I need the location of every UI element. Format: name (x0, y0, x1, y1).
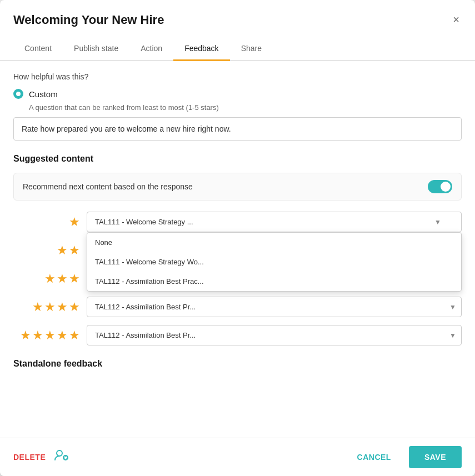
dropdown-menu-1: None TAL111 - Welcome Strategy Wo... TAL… (87, 232, 462, 292)
svg-point-0 (57, 450, 62, 456)
tab-content[interactable]: Content (13, 37, 63, 61)
tab-bar: Content Publish state Action Feedback Sh… (0, 37, 475, 61)
modal-header: Welcoming Your New Hire × (0, 0, 475, 28)
modal: Welcoming Your New Hire × Content Publis… (0, 0, 475, 476)
recommend-toggle-row: Recommend next content based on the resp… (13, 173, 462, 201)
dropdown-row-5[interactable]: TAL112 - Assimilation Best Pr... None TA… (87, 325, 462, 345)
modal-footer: DELETE CANCEL SAVE (0, 438, 475, 476)
custom-question-input[interactable]: Rate how prepared you are to welcome a n… (13, 117, 462, 141)
dropdown-select-5[interactable]: TAL112 - Assimilation Best Pr... None TA… (87, 325, 462, 345)
star-icon: ★ (44, 300, 56, 314)
dropdown-row-4[interactable]: TAL112 - Assimilation Best Pr... None TA… (87, 297, 462, 317)
stars-4: ★ ★ ★ ★ (13, 300, 80, 314)
question-label: How helpful was this? (13, 72, 462, 81)
dropdown-select-4[interactable]: TAL112 - Assimilation Best Pr... None TA… (87, 297, 462, 317)
tab-action[interactable]: Action (129, 37, 173, 61)
dropdown-option-tal112[interactable]: TAL112 - Assimilation Best Prac... (87, 272, 461, 291)
star-icon: ★ (32, 328, 43, 343)
star-row-1: ★ TAL111 - Welcome Strategy ... ▼ None T… (13, 212, 462, 232)
star-icon: ★ (57, 300, 68, 314)
dropdown-value-1: TAL111 - Welcome Strategy ... (95, 218, 193, 226)
delete-button[interactable]: DELETE (13, 453, 46, 462)
radio-custom-sublabel: A question that can be ranked from least… (29, 103, 462, 112)
star-icon: ★ (69, 243, 80, 258)
user-settings-icon[interactable] (54, 449, 69, 465)
standalone-feedback-title: Standalone feedback (13, 359, 462, 369)
footer-left: DELETE (13, 449, 69, 465)
star-icon: ★ (57, 243, 68, 258)
cancel-button[interactable]: CANCEL (346, 447, 402, 467)
star-icon: ★ (69, 300, 80, 314)
toggle-check-icon: ✓ (444, 183, 449, 190)
star-icon: ★ (57, 328, 68, 343)
star-icon: ★ (44, 328, 56, 343)
suggested-content-title: Suggested content (13, 154, 462, 164)
recommend-toggle[interactable]: ✓ (428, 180, 452, 193)
star-rows-container: ★ TAL111 - Welcome Strategy ... ▼ None T… (13, 212, 462, 345)
radio-custom-label: Custom (29, 89, 58, 99)
star-row-4: ★ ★ ★ ★ TAL112 - Assimilation Best Pr...… (13, 297, 462, 317)
star-icon: ★ (69, 215, 80, 229)
toggle-label: Recommend next content based on the resp… (23, 182, 193, 191)
modal-title: Welcoming Your New Hire (13, 13, 164, 27)
dropdown-arrow-1: ▼ (434, 218, 441, 226)
stars-5: ★ ★ ★ ★ ★ (13, 328, 80, 343)
radio-custom-button[interactable] (13, 89, 23, 99)
star-icon: ★ (69, 272, 80, 286)
tab-feedback[interactable]: Feedback (173, 37, 229, 61)
star-icon: ★ (69, 328, 80, 343)
stars-2: ★ ★ (13, 243, 80, 258)
dropdown-trigger-1[interactable]: TAL111 - Welcome Strategy ... ▼ (87, 212, 462, 232)
stars-1: ★ (13, 215, 80, 229)
footer-right: CANCEL SAVE (346, 446, 462, 468)
star-icon: ★ (32, 300, 43, 314)
save-button[interactable]: SAVE (409, 446, 462, 468)
stars-3: ★ ★ ★ (13, 272, 80, 286)
dropdown-option-none[interactable]: None (87, 233, 461, 252)
dropdown-row-1[interactable]: TAL111 - Welcome Strategy ... ▼ None TAL… (87, 212, 462, 232)
dropdown-option-tal111[interactable]: TAL111 - Welcome Strategy Wo... (87, 252, 461, 272)
close-button[interactable]: × (451, 11, 462, 28)
tab-publish-state[interactable]: Publish state (63, 37, 129, 61)
tab-share[interactable]: Share (230, 37, 273, 61)
star-row-5: ★ ★ ★ ★ ★ TAL112 - Assimilation Best Pr.… (13, 325, 462, 345)
star-icon: ★ (20, 328, 31, 343)
star-icon: ★ (44, 272, 56, 286)
star-icon: ★ (57, 272, 68, 286)
modal-body: How helpful was this? Custom A question … (0, 61, 475, 438)
radio-custom-row: Custom (13, 89, 462, 99)
